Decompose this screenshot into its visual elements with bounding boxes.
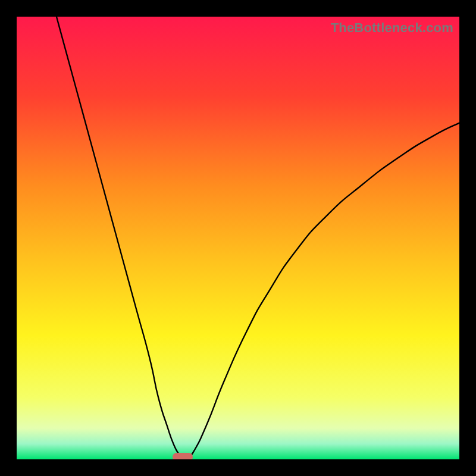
- chart-frame: TheBottleneck.com: [0, 0, 476, 476]
- plot-area: TheBottleneck.com: [17, 17, 459, 459]
- optimal-marker: [173, 453, 193, 459]
- bottleneck-curve: [17, 17, 459, 459]
